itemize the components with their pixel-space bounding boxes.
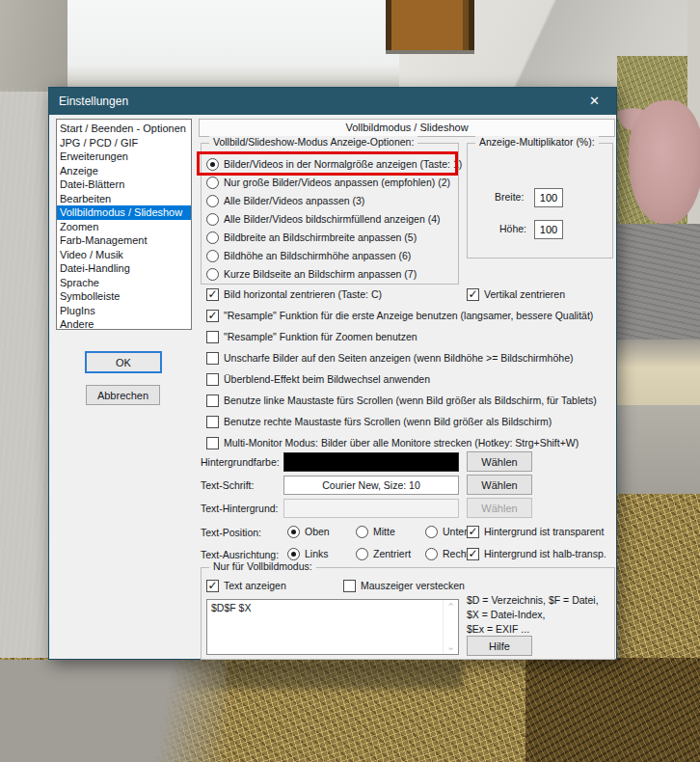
background-straw-dark bbox=[525, 658, 700, 762]
background-concrete-bottom-left bbox=[0, 660, 227, 762]
sidebar-item-datei-blaettern[interactable]: Datei-Blättern bbox=[57, 177, 191, 192]
checkbox-label: Überblend-Effekt beim Bildwechsel anwend… bbox=[224, 373, 430, 385]
radio-icon bbox=[206, 250, 219, 262]
sidebar-item-bearbeiten[interactable]: Bearbeiten bbox=[57, 192, 191, 206]
checkbox-label: Multi-Monitor Modus: Bilder über alle Mo… bbox=[224, 437, 579, 449]
radio-label: Mitte bbox=[373, 526, 395, 537]
sidebar-item-start-beenden[interactable]: Start / Beenden - Optionen bbox=[57, 122, 191, 136]
radio-label: Alle Bilder/Videos bildschirmfüllend anz… bbox=[224, 213, 441, 225]
checkbox-icon bbox=[206, 437, 219, 449]
radio-position-mitte[interactable]: Mitte bbox=[356, 524, 395, 539]
checkbox-icon bbox=[206, 373, 219, 386]
radio-icon bbox=[425, 548, 438, 560]
background-concrete-right-lower bbox=[617, 405, 700, 500]
background-concrete-left bbox=[0, 89, 48, 667]
checkbox-blurry-sides[interactable]: Unscharfe Bilder auf den Seiten anzeigen… bbox=[206, 350, 573, 366]
background-color-swatch[interactable] bbox=[283, 452, 459, 472]
checkbox-center-horizontal[interactable]: ✓ Bild horizontal zentrieren (Taste: C) bbox=[206, 286, 382, 302]
checkbox-multi-monitor[interactable]: Multi-Monitor Modus: Bilder über alle Mo… bbox=[206, 435, 579, 450]
placeholder-hint: $D = Verzeichnis, $F = Datei, $X = Datei… bbox=[467, 593, 599, 637]
sidebar-item-symbolleiste[interactable]: Symbolleiste bbox=[57, 289, 191, 304]
height-label: Höhe: bbox=[499, 223, 526, 234]
scroll-down-icon[interactable]: ⌄ bbox=[444, 640, 458, 653]
checkbox-label: "Resample" Funktion für die erste Anzeig… bbox=[224, 310, 593, 321]
radio-fullscreen-fill[interactable]: Alle Bilder/Videos bildschirmfüllend anz… bbox=[206, 211, 441, 227]
checkbox-resample-zoom[interactable]: "Resample" Funktion für Zoomen benutzen bbox=[206, 329, 417, 344]
choose-background-color-button[interactable]: Wählen bbox=[467, 451, 532, 472]
checkbox-icon: ✓ bbox=[206, 310, 219, 322]
radio-label: Links bbox=[305, 548, 329, 559]
text-position-label: Text-Position: bbox=[201, 527, 261, 538]
checkbox-crossfade[interactable]: Überblend-Effekt beim Bildwechsel anwend… bbox=[206, 371, 430, 387]
sidebar-item-plugins[interactable]: PlugIns bbox=[57, 304, 191, 318]
choose-text-font-button[interactable]: Wählen bbox=[467, 475, 532, 495]
radio-position-oben[interactable]: Oben bbox=[287, 524, 330, 539]
radio-label: Zentriert bbox=[373, 548, 411, 559]
radio-icon bbox=[206, 158, 219, 171]
checkbox-icon: ✓ bbox=[206, 288, 219, 301]
hint-line: $Ex = EXIF ... bbox=[467, 622, 599, 637]
scroll-up-icon[interactable]: ⌃ bbox=[444, 601, 458, 613]
checkbox-show-text[interactable]: ✓ Text anzeigen bbox=[206, 578, 286, 593]
checkbox-label: Text anzeigen bbox=[224, 580, 286, 591]
height-multiplier-input[interactable] bbox=[534, 220, 563, 239]
checkbox-icon: ✓ bbox=[206, 580, 219, 592]
background-concrete-right bbox=[617, 224, 700, 345]
radio-label: Bildbreite an Bildschirmbreite anpassen … bbox=[224, 231, 417, 243]
radio-label: Kurze Bildseite an Bildschirm anpassen (… bbox=[224, 268, 417, 280]
help-button[interactable]: Hilfe bbox=[467, 636, 532, 656]
checkbox-left-mouse-scroll[interactable]: Benutze linke Maustaste fürs Scrollen (w… bbox=[206, 393, 597, 408]
hint-line: $X = Datei-Index, bbox=[467, 608, 599, 622]
radio-fit-width[interactable]: Bildbreite an Bildschirmbreite anpassen … bbox=[206, 230, 417, 245]
category-listbox[interactable]: Start / Beenden - Optionen JPG / PCD / G… bbox=[56, 119, 192, 330]
radio-icon bbox=[425, 526, 438, 538]
fullscreen-text-value: $D$F $X bbox=[211, 602, 251, 613]
text-background-label: Text-Hintergrund: bbox=[201, 503, 279, 514]
textarea-scrollbar[interactable]: ⌃ ⌄ bbox=[443, 600, 458, 654]
sidebar-item-farb-management[interactable]: Farb-Management bbox=[57, 233, 191, 248]
sidebar-item-jpg-pcd-gif[interactable]: JPG / PCD / GIF bbox=[57, 136, 191, 150]
radio-fit-height[interactable]: Bildhöhe an Bildschirmhöhe anpassen (6) bbox=[206, 248, 411, 263]
sidebar-item-erweiterungen[interactable]: Erweiterungen bbox=[57, 150, 191, 164]
sidebar-item-andere[interactable]: Andere bbox=[57, 317, 191, 330]
checkbox-hide-cursor[interactable]: Mauszeiger verstecken bbox=[343, 578, 465, 593]
close-icon[interactable]: ✕ bbox=[573, 88, 616, 115]
radio-fit-large-only[interactable]: Nur große Bilder/Videos anpassen (empfoh… bbox=[206, 175, 450, 190]
text-alignment-label: Text-Ausrichtung: bbox=[201, 549, 279, 560]
text-background-field bbox=[283, 499, 459, 518]
checkbox-icon bbox=[206, 416, 219, 428]
width-multiplier-input[interactable] bbox=[534, 188, 563, 207]
sidebar-item-anzeige[interactable]: Anzeige bbox=[57, 164, 191, 178]
checkbox-label: Hintergrund ist transparent bbox=[484, 526, 604, 537]
titlebar[interactable]: Einstellungen ✕ bbox=[49, 88, 616, 115]
page-title: Vollbildmodus / Slideshow bbox=[199, 119, 615, 137]
radio-align-zentriert[interactable]: Zentriert bbox=[356, 546, 411, 561]
display-options-group-label: Vollbild/Slideshow-Modus Anzeige-Optione… bbox=[209, 136, 417, 148]
text-font-field[interactable]: Courier New, Size: 10 bbox=[283, 476, 459, 495]
checkbox-center-vertical[interactable]: ✓ Vertikal zentrieren bbox=[467, 286, 565, 302]
ok-button[interactable]: OK bbox=[85, 351, 162, 373]
radio-icon bbox=[287, 548, 300, 560]
sidebar-item-vollbildmodus[interactable]: Vollbildmodus / Slideshow bbox=[57, 205, 191, 220]
radio-align-links[interactable]: Links bbox=[287, 546, 329, 561]
sidebar-item-video-musik[interactable]: Video / Musik bbox=[57, 248, 191, 262]
multiplier-group-label: Anzeige-Multiplikator (%): bbox=[475, 136, 599, 148]
cancel-button[interactable]: Abbrechen bbox=[86, 385, 160, 405]
sidebar-item-zoomen[interactable]: Zoomen bbox=[57, 220, 191, 234]
checkbox-background-halbtransp[interactable]: ✓ Hintergrund ist halb-transp. bbox=[467, 546, 606, 561]
radio-fit-short-side[interactable]: Kurze Bildseite an Bildschirm anpassen (… bbox=[206, 266, 417, 282]
checkbox-background-transparent[interactable]: ✓ Hintergrund ist transparent bbox=[467, 524, 604, 539]
radio-label: Alle Bilder/Videos anpassen (3) bbox=[224, 195, 364, 206]
checkbox-resample-first-view[interactable]: ✓ "Resample" Funktion für die erste Anze… bbox=[206, 308, 593, 323]
sidebar-item-sprache[interactable]: Sprache bbox=[57, 276, 191, 290]
radio-normal-size[interactable]: Bilder/Videos in der Normalgröße anzeige… bbox=[206, 156, 462, 172]
fullscreen-text-input[interactable]: $D$F $X ⌃ ⌄ bbox=[206, 599, 459, 655]
radio-fit-all[interactable]: Alle Bilder/Videos anpassen (3) bbox=[206, 193, 364, 208]
radio-icon bbox=[206, 268, 219, 281]
sidebar-item-datei-handling[interactable]: Datei-Handling bbox=[57, 261, 191, 276]
checkbox-right-mouse-scroll[interactable]: Benutze rechte Maustaste fürs Scrollen (… bbox=[206, 414, 552, 429]
radio-position-unten[interactable]: Unten bbox=[425, 524, 470, 539]
checkbox-label: "Resample" Funktion für Zoomen benutzen bbox=[224, 331, 417, 342]
checkbox-label: Hintergrund ist halb-transp. bbox=[484, 548, 606, 559]
radio-icon bbox=[356, 526, 368, 538]
